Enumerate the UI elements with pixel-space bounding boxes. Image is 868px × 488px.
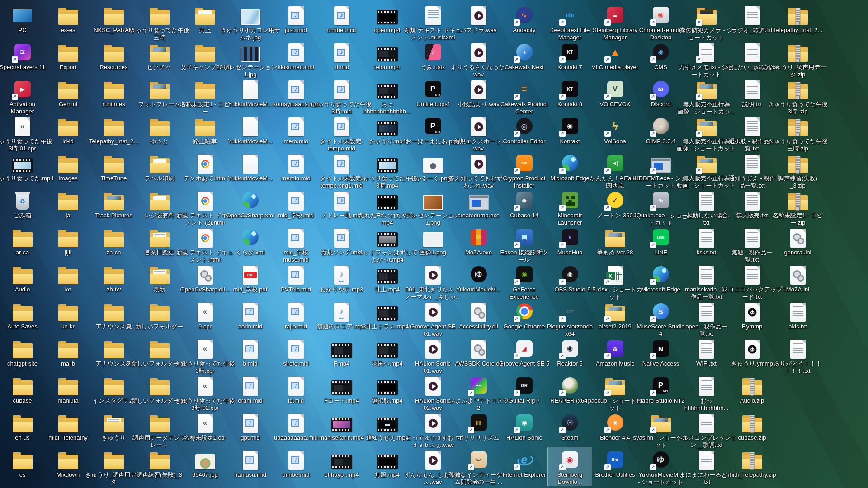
desktop-icon[interactable]: general.ini (776, 225, 820, 256)
desktop-icon[interactable]: e↗Internet Explorer (502, 447, 546, 479)
desktop-icon[interactable]: ♪hamusu.mid (228, 447, 272, 479)
desktop-icon[interactable]: ʌ.ʌ↗孤独なインディーゲー ム開発者の一生 ... (457, 447, 500, 486)
desktop-icon[interactable]: ko (46, 262, 90, 293)
desktop-icon[interactable]: 調声練習(失敗)_3 (137, 447, 181, 479)
desktop-icon[interactable]: sfz↗Plogue sforzando x64 (548, 299, 592, 338)
desktop-icon[interactable]: アナウンス冬 (92, 336, 136, 367)
desktop-icon[interactable]: ♪うみ.ustx (411, 40, 455, 71)
desktop-icon[interactable]: 井上.mp4 (365, 262, 409, 293)
desktop-icon[interactable]: ↗無人販売不正行為 動画 - ショートカット (684, 151, 728, 189)
desktop-icon[interactable]: ↗無人販売不正行為 画像 - ショートカッ... (684, 77, 728, 115)
desktop-icon[interactable]: Resources (92, 40, 136, 71)
desktop-icon[interactable]: Images (46, 151, 90, 182)
desktop-icon[interactable]: ko-kr (46, 299, 90, 330)
desktop-icon[interactable]: レジ袋有料 (137, 188, 181, 219)
desktop-icon[interactable]: アナウンス夏 (92, 299, 136, 330)
desktop-icon[interactable]: 画像1.png (411, 225, 455, 256)
desktop-icon[interactable]: ≡↗Steinberg Library Manager (593, 3, 637, 41)
desktop-icon[interactable]: N↗Native Access (639, 336, 683, 367)
desktop-icon[interactable]: ♪mid_学校 muse.mid (274, 225, 318, 263)
desktop-icon[interactable]: ♪umibet.mid (320, 3, 363, 34)
desktop-icon[interactable]: パスドラ.wav (457, 3, 500, 34)
desktop-icon[interactable]: 答え知っててもむずい わこれ.wav (457, 151, 500, 189)
desktop-icon[interactable]: F.mp4 (320, 336, 363, 367)
desktop-icon[interactable]: PNT2Untitled.ppsf (411, 77, 455, 108)
desktop-icon[interactable]: ラジオ_歌詞.txt (730, 3, 774, 34)
desktop-icon[interactable]: MMoZA.exe (457, 225, 500, 256)
desktop-icon[interactable]: きゅうり食ってた.mp4 (0, 151, 44, 182)
desktop-icon[interactable]: 選択肢.mp4 (365, 373, 409, 404)
desktop-icon[interactable]: ↗無人販売不正行為 画像 - ショートカット (684, 114, 728, 152)
desktop-icon[interactable]: きゅうり_調声用デー タ (92, 447, 136, 486)
desktop-icon[interactable]: YukkuriMovieM... (228, 77, 272, 108)
desktop-icon[interactable]: ≡↗Cakewalk Product Center (502, 77, 546, 115)
desktop-icon[interactable]: ▶↗Activation Manager (0, 77, 44, 115)
desktop-icon[interactable]: きゅうり食ってた午後 三時.zip (776, 114, 820, 152)
desktop-icon[interactable]: だれだFXいれたやつ. mp4 (365, 188, 409, 226)
desktop-icon[interactable]: YukkuriMovieM... (228, 114, 272, 145)
desktop-icon[interactable]: ◑↗Cakewalk Next (502, 40, 546, 71)
desktop-icon[interactable]: 小銭詰まり.wav (457, 77, 500, 108)
desktop-icon[interactable]: かるーく.png (411, 151, 455, 182)
desktop-icon[interactable]: V↗VOICEVOX (593, 77, 637, 108)
desktop-icon[interactable]: id-id (46, 114, 90, 145)
desktop-icon[interactable]: Telepathy_Inst_2... (776, 3, 820, 34)
desktop-icon[interactable]: PC (0, 3, 44, 34)
desktop-icon[interactable]: 調声練習(失敗) _3.zip (776, 151, 820, 189)
desktop-icon[interactable]: ♻ごみ箱 (0, 188, 44, 219)
desktop-icon[interactable]: きゅうりボカコレ用サ ムネ.jpg (228, 3, 272, 41)
desktop-icon[interactable]: ||||↗ポリリリリズム (457, 410, 500, 441)
desktop-icon[interactable]: ♪kotusytuaaus.mid (274, 77, 318, 108)
desktop-icon[interactable]: きゅうり食ってた午後 3時.mp4 (365, 151, 409, 189)
desktop-icon[interactable]: ϟ↗VoiSona (593, 114, 637, 145)
desktop-icon[interactable]: ◉↗GeForce Experience (502, 262, 546, 300)
desktop-icon[interactable]: Groove Agent SE 01.wav (411, 299, 455, 338)
desktop-icon[interactable]: ♪PVTNd.mid (274, 262, 318, 293)
desktop-icon[interactable]: ja (46, 188, 90, 219)
desktop-icon[interactable]: open - 親作品一 覧.txt (684, 299, 728, 338)
desktop-icon[interactable]: きゅうり食ってた午後 三時 (137, 3, 181, 41)
desktop-icon[interactable]: createdump.exe (457, 188, 500, 219)
desktop-icon[interactable]: ↗Minecraft Launcher (548, 188, 592, 226)
desktop-icon[interactable]: ∿↗Audacity (502, 3, 546, 34)
desktop-icon[interactable]: ✓↗ノートン 360 (593, 188, 637, 219)
desktop-icon[interactable]: PDFmid_学校.pdf (228, 262, 272, 293)
desktop-icon[interactable]: 名称未設定1 - コピ ー.zip (776, 188, 820, 226)
desktop-icon[interactable]: ♪メドレー風.mid (320, 188, 363, 219)
desktop-icon[interactable]: ↗家の防犯カメラ - シ ョートカット (684, 3, 728, 41)
desktop-icon[interactable]: akis.txt (776, 299, 820, 330)
desktop-icon[interactable]: midi_Telepathy.zip (730, 447, 774, 479)
desktop-icon[interactable]: «きゅうり食ってた午後 3時.cpr (183, 336, 227, 375)
desktop-icon[interactable]: ♪dram.mid (228, 373, 272, 404)
desktop-icon[interactable]: ♪gpt.mid (228, 410, 272, 441)
desktop-icon[interactable]: ラベル印刷 (137, 151, 181, 182)
desktop-icon[interactable]: HALion Sonic 02.wav (411, 373, 455, 412)
desktop-icon[interactable]: teion.mp4 (365, 40, 409, 71)
desktop-icon[interactable]: S↗MuseScore Studio 4 (639, 299, 683, 338)
desktop-icon[interactable]: _起動しない場合. txt (684, 188, 728, 226)
desktop-icon[interactable]: ♪sirofo.mid (274, 336, 318, 367)
desktop-icon[interactable]: ニコニコバックアップコ ード.txt (730, 262, 774, 300)
desktop-icon[interactable]: Mixdown (46, 447, 90, 479)
desktop-icon[interactable]: こってゅｈｄすおｆ ｄｓｂふぉ.wav (411, 410, 455, 449)
desktop-icon[interactable]: ピクチャ (137, 40, 181, 71)
desktop-icon[interactable]: Audio.zip (730, 373, 774, 404)
desktop-icon[interactable]: X↗9.5.xlsx - ショートカ ット (593, 262, 637, 300)
desktop-icon[interactable]: インスタグラム (92, 373, 136, 404)
desktop-icon[interactable]: プレゼンテーション 1.jpg (228, 40, 272, 78)
desktop-icon[interactable]: ゆうと (137, 114, 181, 145)
desktop-icon[interactable]: a↗Amazon Music (593, 336, 637, 367)
desktop-icon[interactable]: GR↗Guitar Rig 7 (502, 373, 546, 404)
desktop-icon[interactable]: CPI↗Crypton Product Installer (502, 151, 546, 189)
desktop-icon[interactable]: ♪mid_学校.mid (274, 188, 318, 219)
desktop-icon[interactable]: 新規 テキスト ドキュ メント.musicxml (411, 3, 455, 41)
desktop-icon[interactable]: 新しいフォルダー (3) (137, 373, 181, 404)
desktop-icon[interactable]: ∿↗JQuake.exe - ショー トカット (639, 188, 683, 226)
desktop-icon[interactable]: 通知うぜえ.mp4 (365, 410, 409, 441)
desktop-icon[interactable]: AWSSDK.Core.dll (457, 336, 500, 367)
desktop-icon[interactable]: おっ hhhhhhhhhhhhh... (365, 77, 409, 115)
desktop-icon[interactable]: きゅうり (92, 410, 136, 441)
desktop-icon[interactable]: ▲↗VLC media player (593, 40, 637, 71)
desktop-icon[interactable]: ↗Google Chrome (502, 299, 546, 330)
desktop-icon[interactable]: LINE↗LINE (639, 225, 683, 256)
